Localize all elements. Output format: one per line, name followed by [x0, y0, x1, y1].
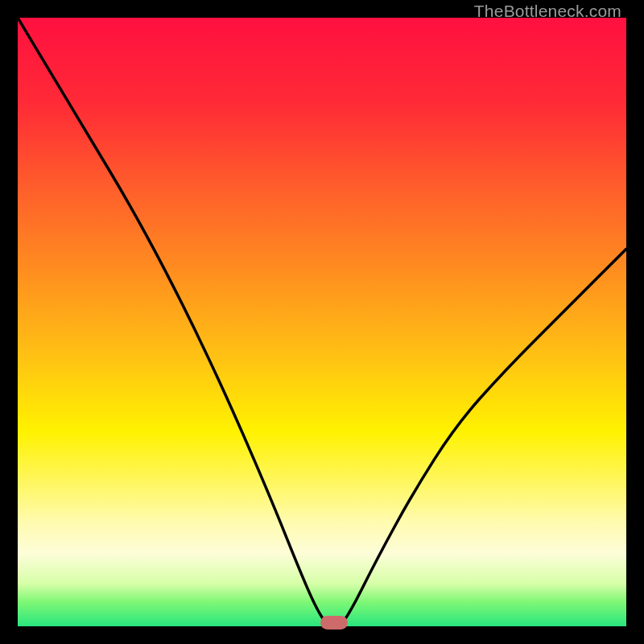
minimum-marker [320, 616, 348, 630]
chart-frame: TheBottleneck.com [0, 0, 644, 644]
watermark-text: TheBottleneck.com [474, 2, 621, 21]
plot-area [18, 18, 626, 626]
bottleneck-curve [18, 18, 626, 626]
